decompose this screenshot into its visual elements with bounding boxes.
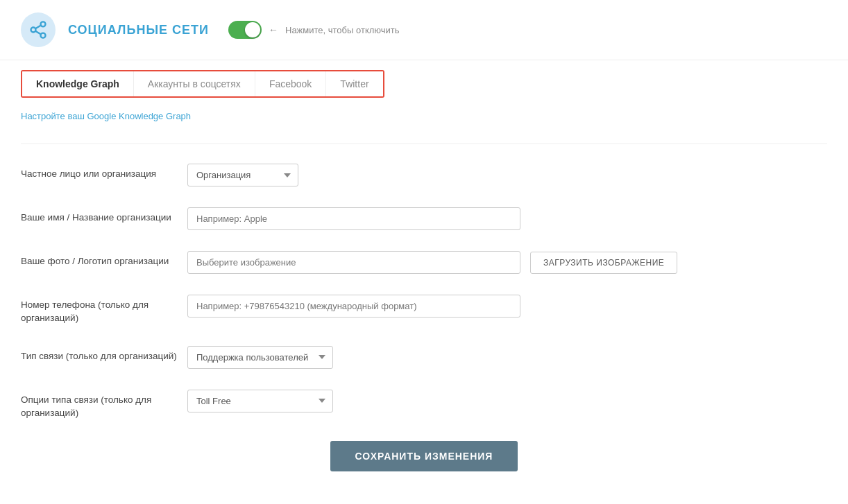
- tab-social-accounts[interactable]: Аккаунты в соцсетях: [134, 71, 255, 96]
- save-wrap: СОХРАНИТЬ ИЗМЕНЕНИЯ: [21, 441, 827, 492]
- page-title: СОЦИАЛЬНЫЕ СЕТИ: [68, 23, 209, 37]
- svg-line-4: [35, 26, 41, 29]
- select-contact-type[interactable]: Поддержка пользователей Технническая под…: [187, 346, 333, 369]
- tabs-box: Knowledge Graph Аккаунты в соцсетях Face…: [21, 70, 384, 98]
- form-row-phone: Номер телефона (только для организаций): [21, 289, 827, 325]
- tab-facebook[interactable]: Facebook: [255, 71, 326, 96]
- toggle-knob: [245, 22, 260, 37]
- enable-toggle[interactable]: [228, 21, 262, 39]
- form-row-person-org: Частное лицо или организация Частное лиц…: [21, 158, 827, 186]
- divider-top: [21, 144, 827, 144]
- upload-image-button[interactable]: ЗАГРУЗИТЬ ИЗОБРАЖЕНИЕ: [530, 252, 677, 274]
- control-person-org: Частное лицо Организация: [187, 164, 827, 186]
- svg-point-2: [41, 33, 46, 38]
- control-contact-type: Поддержка пользователей Технническая под…: [187, 346, 827, 369]
- control-contact-option: Toll Free TDD TTY Hearing Impaired Suppo…: [187, 390, 827, 412]
- label-photo: Ваше фото / Логотип организации: [21, 251, 187, 268]
- label-name: Ваше имя / Название организации: [21, 207, 187, 225]
- control-phone: [187, 295, 827, 318]
- select-person-org[interactable]: Частное лицо Организация: [187, 164, 298, 186]
- tab-twitter[interactable]: Twitter: [326, 71, 382, 96]
- input-phone[interactable]: [187, 295, 520, 318]
- tab-knowledge-graph[interactable]: Knowledge Graph: [22, 71, 134, 96]
- content: Настройте ваш Google Knowledge Graph Час…: [0, 98, 848, 504]
- svg-point-0: [41, 21, 46, 26]
- knowledge-graph-link[interactable]: Настройте ваш Google Knowledge Graph: [21, 111, 191, 121]
- toggle-arrow: ←: [269, 24, 278, 35]
- control-photo: ЗАГРУЗИТЬ ИЗОБРАЖЕНИЕ: [187, 251, 827, 274]
- header: СОЦИАЛЬНЫЕ СЕТИ ← Нажмите, чтобы отключи…: [0, 0, 848, 60]
- svg-line-3: [35, 31, 41, 35]
- form-row-name: Ваше имя / Название организации: [21, 202, 827, 230]
- label-phone: Номер телефона (только для организаций): [21, 295, 187, 325]
- social-icon: [21, 12, 56, 47]
- select-contact-option[interactable]: Toll Free TDD TTY Hearing Impaired Suppo…: [187, 390, 333, 412]
- control-name: [187, 207, 827, 230]
- label-person-org: Частное лицо или организация: [21, 164, 187, 181]
- label-contact-option: Опции типа связи (только для организаций…: [21, 390, 187, 420]
- page-wrapper: СОЦИАЛЬНЫЕ СЕТИ ← Нажмите, чтобы отключи…: [0, 0, 848, 504]
- tabs-wrapper: Knowledge Graph Аккаунты в соцсетях Face…: [0, 60, 848, 98]
- form-row-contact-type: Тип связи (только для организаций) Подде…: [21, 340, 827, 369]
- svg-point-1: [31, 28, 36, 33]
- label-contact-type: Тип связи (только для организаций): [21, 346, 187, 363]
- form-row-photo: Ваше фото / Логотип организации ЗАГРУЗИТ…: [21, 245, 827, 274]
- input-name[interactable]: [187, 207, 520, 230]
- toggle-hint: Нажмите, чтобы отключить: [285, 25, 400, 35]
- form-row-contact-option: Опции типа связи (только для организаций…: [21, 384, 827, 420]
- input-photo[interactable]: [187, 251, 520, 274]
- save-button[interactable]: СОХРАНИТЬ ИЗМЕНЕНИЯ: [330, 441, 518, 471]
- toggle-wrap: ← Нажмите, чтобы отключить: [228, 21, 400, 39]
